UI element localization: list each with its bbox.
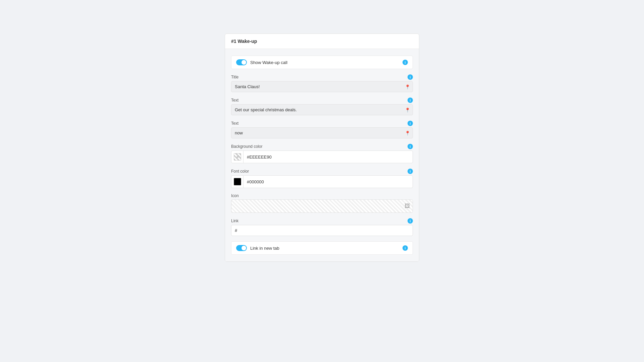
- text-field2-group: Text i 📍: [231, 121, 413, 138]
- icon-label-row: Icon: [231, 193, 413, 198]
- bg-color-info-icon[interactable]: i: [408, 144, 413, 149]
- card-body: Show Wake-up call i Title i 📍 Text i 📍: [225, 49, 419, 261]
- font-color-label-row: Font color i: [231, 169, 413, 174]
- font-color-group: Font color i: [231, 169, 413, 188]
- bg-color-input-row: [231, 150, 413, 163]
- font-color-info-icon[interactable]: i: [408, 169, 413, 174]
- title-label-row: Title i: [231, 74, 413, 80]
- text-field1-group: Text i 📍: [231, 98, 413, 115]
- link-new-tab-toggle-left: Link in new tab: [236, 245, 279, 251]
- title-input[interactable]: [231, 81, 413, 92]
- title-pin-icon: 📍: [405, 84, 410, 89]
- link-new-tab-label: Link in new tab: [250, 246, 279, 251]
- bg-color-text-input[interactable]: [244, 152, 413, 162]
- text-field1-input[interactable]: [231, 104, 413, 115]
- bg-color-swatch: [234, 153, 241, 161]
- text-field2-input[interactable]: [231, 127, 413, 138]
- link-new-tab-row: Link in new tab i: [231, 241, 413, 255]
- link-label: Link: [231, 219, 238, 223]
- text-field1-info-icon[interactable]: i: [408, 98, 413, 103]
- show-wakeupcall-row: Show Wake-up call i: [231, 56, 413, 69]
- text-field1-label-row: Text i: [231, 98, 413, 103]
- link-new-tab-info-icon[interactable]: i: [402, 245, 408, 251]
- text-field2-info-icon[interactable]: i: [408, 121, 413, 126]
- title-info-icon[interactable]: i: [408, 74, 413, 80]
- text-field2-label: Text: [231, 121, 238, 126]
- bg-color-swatch-container[interactable]: [231, 151, 244, 163]
- link-new-tab-toggle[interactable]: [236, 245, 247, 251]
- link-input[interactable]: [231, 225, 413, 236]
- font-color-swatch: [234, 178, 241, 185]
- icon-upload-area[interactable]: 🖼: [231, 199, 413, 213]
- font-color-label: Font color: [231, 169, 249, 174]
- toggle-left: Show Wake-up call: [236, 59, 287, 65]
- link-label-row: Link i: [231, 218, 413, 224]
- title-label: Title: [231, 75, 238, 79]
- image-upload-icon: 🖼: [405, 203, 410, 209]
- font-color-input-row: [231, 175, 413, 188]
- show-wakeupcall-label: Show Wake-up call: [250, 60, 287, 65]
- font-color-swatch-container[interactable]: [231, 176, 244, 188]
- text-field2-input-wrapper: 📍: [231, 127, 413, 138]
- bg-color-label: Background color: [231, 144, 262, 149]
- card-title: #1 Wake-up: [225, 34, 419, 49]
- text-field1-label: Text: [231, 98, 238, 103]
- text-field1-pin-icon: 📍: [405, 107, 410, 112]
- bg-color-label-row: Background color i: [231, 144, 413, 149]
- settings-card: #1 Wake-up Show Wake-up call i Title i 📍: [225, 34, 419, 262]
- link-field-group: Link i: [231, 218, 413, 236]
- link-info-icon[interactable]: i: [408, 218, 413, 224]
- show-wakeupcall-info-icon[interactable]: i: [402, 60, 408, 65]
- title-field-group: Title i 📍: [231, 74, 413, 92]
- icon-field-group: Icon 🖼: [231, 193, 413, 213]
- font-color-text-input[interactable]: [244, 177, 413, 187]
- background-color-group: Background color i: [231, 144, 413, 163]
- title-input-wrapper: 📍: [231, 81, 413, 92]
- icon-label: Icon: [231, 193, 239, 198]
- text-field1-input-wrapper: 📍: [231, 104, 413, 115]
- show-wakeupcall-toggle[interactable]: [236, 59, 247, 65]
- text-field2-pin-icon: 📍: [405, 130, 410, 135]
- text-field2-label-row: Text i: [231, 121, 413, 126]
